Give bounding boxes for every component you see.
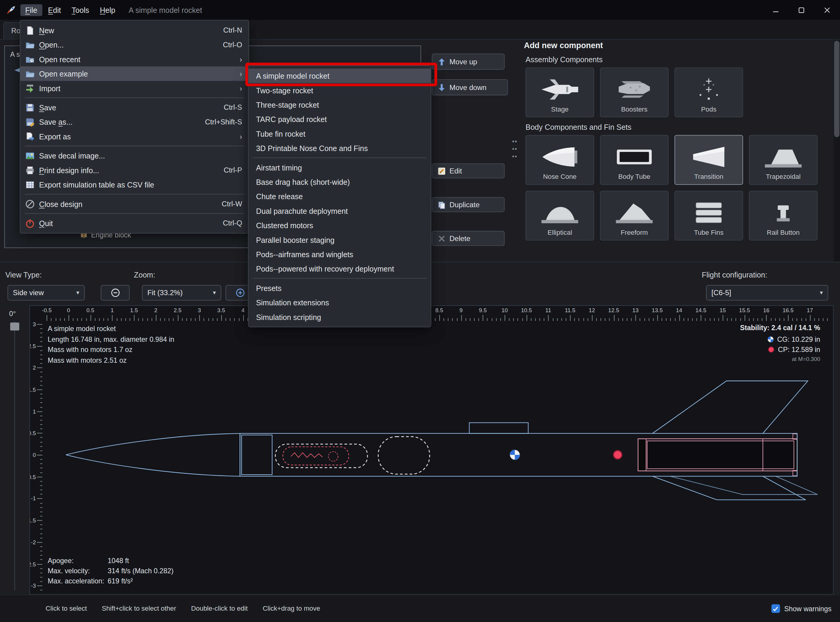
submenu-item-airstart-timing[interactable]: Airstart timing <box>248 160 431 175</box>
submenu-item-three-stage-rocket[interactable]: Three-stage rocket <box>248 98 431 112</box>
vertical-scrollbar[interactable] <box>834 40 840 262</box>
show-warnings-checkbox[interactable] <box>771 604 780 613</box>
component-rail-button[interactable]: Rail Button <box>749 191 817 241</box>
rotation-slider-handle[interactable] <box>10 322 19 331</box>
menubar-file[interactable]: File <box>20 4 42 15</box>
component-label: Freeform <box>621 229 648 236</box>
save-icon <box>25 102 35 112</box>
status-hints: Click to selectShift+click to select oth… <box>46 605 335 613</box>
rotation-slider-track <box>14 322 15 590</box>
move-down-label: Move down <box>450 84 486 91</box>
zoom-in-icon <box>235 288 244 297</box>
flight-configuration-dropdown[interactable]: [C6-5] ▾ <box>706 285 828 300</box>
submenu-item-base-drag-hack-short-wide[interactable]: Base drag hack (short-wide) <box>248 175 431 189</box>
menu-item-open[interactable]: Open...Ctrl-O <box>20 37 248 52</box>
menu-item-print-design-info[interactable]: Print design info...Ctrl-P <box>20 163 248 177</box>
menu-separator <box>253 158 427 158</box>
component-boosters[interactable]: Boosters <box>600 67 668 117</box>
stat-value: 1048 ft <box>108 556 129 566</box>
submenu-item-tarc-payload-rocket[interactable]: TARC payload rocket <box>248 112 431 126</box>
submenu-item-chute-release[interactable]: Chute release <box>248 189 431 203</box>
menu-separator <box>24 194 244 195</box>
component-label: Nose Cone <box>543 173 576 181</box>
menu-item-quit[interactable]: QuitCtrl-Q <box>20 216 248 230</box>
stat-label: Max. acceleration: <box>47 576 108 586</box>
show-warnings-control: Show warnings <box>771 604 831 613</box>
component-elliptical[interactable]: Elliptical <box>525 191 594 241</box>
flight-stats-block: Apogee:1048 ftMax. velocity:314 ft/s (Ma… <box>47 556 174 586</box>
close-design-icon <box>25 199 35 209</box>
menubar-tools[interactable]: Tools <box>67 4 94 15</box>
stage-icon <box>535 76 585 103</box>
component-transition[interactable]: Transition <box>674 135 743 185</box>
submenu-item-presets[interactable]: Presets <box>248 281 431 295</box>
stat-value: 314 ft/s (Mach 0.282) <box>108 566 174 576</box>
zoom-dropdown[interactable]: Fit (33.2%) ▾ <box>142 285 221 300</box>
edit-button[interactable]: Edit <box>432 163 505 178</box>
submenu-item-tube-fin-rocket[interactable]: Tube fin rocket <box>248 127 431 141</box>
component-tile-row: Nose ConeBody TubeTransitionTrapezoidalE… <box>525 135 830 241</box>
move-up-button[interactable]: Move up <box>432 53 505 70</box>
view-type-dropdown[interactable]: Side view ▾ <box>8 285 85 300</box>
submenu-item-simulation-scripting[interactable]: Simulation scripting <box>248 309 431 324</box>
submenu-item-3d-printable-nose-cone-and-fins[interactable]: 3D Printable Nose Cone and Fins <box>248 141 431 155</box>
menu-item-new[interactable]: NewCtrl-N <box>20 23 248 37</box>
component-label: Pods <box>701 105 717 113</box>
zoom-out-button[interactable] <box>101 285 130 300</box>
move-down-button[interactable]: Move down <box>432 79 508 95</box>
body-tube-icon <box>610 143 659 171</box>
chevron-down-icon: ▾ <box>209 289 216 296</box>
export-icon <box>25 131 35 141</box>
submenu-item-pods-airframes-and-winglets[interactable]: Pods--airframes and winglets <box>248 247 431 261</box>
stat-label: Max. velocity: <box>47 566 108 576</box>
submenu-item-two-stage-rocket[interactable]: Two-stage rocket <box>248 83 431 98</box>
submenu-item-clustered-motors[interactable]: Clustered motors <box>248 218 431 232</box>
submenu-item-simulation-extensions[interactable]: Simulation extensions <box>248 295 431 309</box>
submenu-arrow-icon: › <box>237 69 242 78</box>
menubar-edit[interactable]: Edit <box>43 4 66 15</box>
printer-icon <box>25 165 35 175</box>
submenu-item-pods-powered-with-recovery-deployment[interactable]: Pods--powered with recovery deployment <box>248 261 431 276</box>
menu-item-open-example[interactable]: Open example› <box>20 66 248 81</box>
close-button[interactable] <box>814 0 840 20</box>
menubar: FileEditToolsHelp <box>20 4 121 15</box>
delete-button[interactable]: Delete <box>432 231 505 246</box>
menu-item-export-simulation-table-as-csv-file[interactable]: Export simulation table as CSV file <box>20 177 248 192</box>
menu-item-import[interactable]: Import› <box>20 81 248 95</box>
component-nose-cone[interactable]: Nose Cone <box>525 135 594 185</box>
component-tube-fins[interactable]: Tube Fins <box>674 191 743 241</box>
add-component-title: Add new component <box>524 41 831 50</box>
component-freeform[interactable]: Freeform <box>600 191 668 241</box>
menu-item-save-decal-image[interactable]: Save decal image... <box>20 148 248 163</box>
submenu-item-parallel-booster-staging[interactable]: Parallel booster staging <box>248 232 431 247</box>
submenu-item-a-simple-model-rocket[interactable]: A simple model rocket <box>248 69 431 83</box>
app-rocket-icon <box>5 5 16 15</box>
menu-shortcut: Ctrl-S <box>224 104 242 111</box>
component-pods[interactable]: Pods <box>674 67 743 117</box>
duplicate-icon <box>438 201 446 209</box>
menu-item-save[interactable]: SaveCtrl-S <box>20 100 248 114</box>
maximize-button[interactable] <box>788 0 814 20</box>
component-label: Boosters <box>621 105 648 113</box>
component-label: Trapezoidal <box>766 173 800 181</box>
menubar-help[interactable]: Help <box>95 4 120 15</box>
menu-item-export-as[interactable]: Export as› <box>20 129 248 143</box>
menu-item-close-design[interactable]: Close designCtrl-W <box>20 197 248 211</box>
rocket-design-canvas[interactable]: -0.500.511.522.533.544.555.566.577.588.5… <box>30 305 834 595</box>
menu-item-open-recent[interactable]: Open recent› <box>20 52 248 66</box>
scrollbar-thumb[interactable] <box>834 41 839 137</box>
delete-x-icon <box>438 235 446 242</box>
component-body-tube[interactable]: Body Tube <box>600 135 668 185</box>
submenu-item-dual-parachute-deployment[interactable]: Dual parachute deployment <box>248 204 431 218</box>
submenu-arrow-icon: › <box>237 55 242 64</box>
flight-stat-row: Max. velocity:314 ft/s (Mach 0.282) <box>47 566 174 576</box>
panel-splitter-handle[interactable] <box>511 138 517 160</box>
component-stage[interactable]: Stage <box>525 67 594 117</box>
minimize-button[interactable] <box>763 0 788 20</box>
menu-shortcut: Ctrl-P <box>224 166 242 174</box>
status-hint: Click to select <box>46 605 87 613</box>
component-trapezoidal[interactable]: Trapezoidal <box>749 135 817 185</box>
duplicate-button[interactable]: Duplicate <box>432 197 505 212</box>
menu-item-save-as[interactable]: Save as...Ctrl+Shift-S <box>20 114 248 129</box>
chevron-down-icon: ▾ <box>816 289 823 296</box>
